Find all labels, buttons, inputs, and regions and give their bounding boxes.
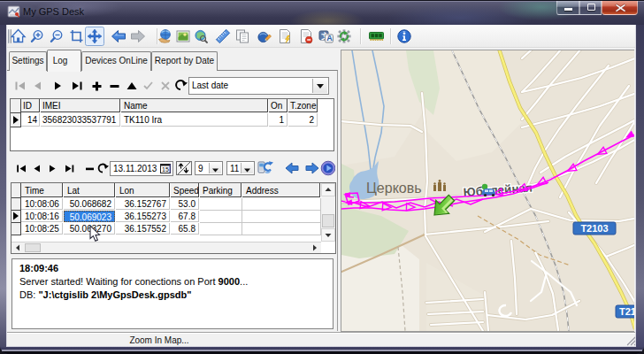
svg-text:Церковь: Церковь [366,181,422,196]
svg-text:T2103: T2103 [580,223,608,234]
svg-text:15: 15 [162,166,169,173]
svg-text:A: A [326,34,333,42]
svg-text:T21: T21 [619,306,634,317]
